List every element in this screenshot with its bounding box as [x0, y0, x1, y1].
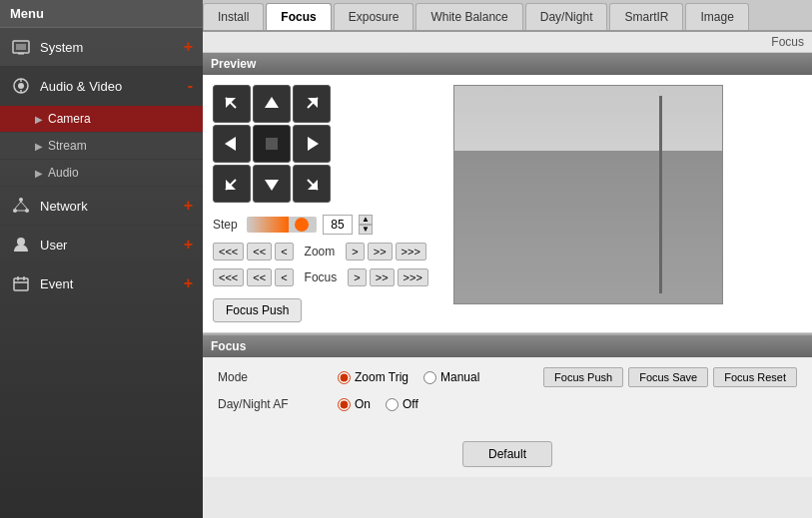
zoom-btn-right[interactable]: >	[346, 243, 364, 260]
focus-btn-far-left[interactable]: <<<	[213, 268, 244, 286]
svg-marker-25	[308, 137, 319, 151]
arrow-nw[interactable]	[213, 85, 251, 123]
sidebar-network-toggle[interactable]: +	[184, 197, 193, 215]
on-option[interactable]: On	[338, 397, 371, 411]
focus-push-action-button[interactable]: Focus Push	[543, 367, 623, 387]
event-icon	[10, 272, 32, 294]
sidebar-header: Menu	[0, 0, 203, 28]
zoom-btn-far-left[interactable]: <<<	[213, 243, 244, 260]
svg-rect-34	[632, 86, 637, 304]
tab-day-night[interactable]: Day/Night	[525, 3, 608, 30]
network-icon	[10, 195, 32, 217]
sidebar-user-toggle[interactable]: +	[184, 236, 193, 254]
arrow-ne[interactable]	[293, 85, 331, 123]
step-up-button[interactable]: ▲	[359, 215, 373, 225]
svg-rect-41	[554, 91, 614, 103]
step-slider[interactable]	[247, 217, 317, 233]
sidebar-item-network[interactable]: Network +	[0, 187, 203, 226]
av-icon	[10, 75, 32, 97]
tab-smart-ir[interactable]: SmartIR	[609, 3, 683, 30]
sidebar-stream-label: Stream	[48, 139, 87, 153]
svg-marker-23	[225, 137, 236, 151]
arrow-e[interactable]	[293, 125, 331, 163]
action-buttons: Focus Push Focus Save Focus Reset	[543, 367, 797, 387]
sidebar-av-toggle[interactable]: -	[188, 77, 193, 95]
arrow-n[interactable]	[253, 85, 291, 123]
zoom-btn-mid-right[interactable]: >>	[368, 243, 393, 260]
zoom-trig-option[interactable]: Zoom Trig	[338, 370, 408, 384]
sidebar-item-audio[interactable]: ▶ Audio	[0, 160, 203, 187]
zoom-label: Zoom	[297, 243, 344, 260]
arrow-se[interactable]	[293, 165, 331, 203]
svg-rect-36	[704, 86, 709, 304]
tab-exposure[interactable]: Exposure	[334, 3, 414, 30]
svg-line-11	[21, 202, 27, 209]
step-spinner: ▲ ▼	[359, 215, 373, 235]
sidebar-user-label: User	[40, 238, 184, 253]
focus-btn-mid-right[interactable]: >>	[370, 268, 395, 286]
focus-btn-left[interactable]: <	[275, 268, 293, 286]
arrow-center	[253, 125, 291, 163]
svg-point-13	[17, 238, 25, 246]
sidebar-item-event[interactable]: Event +	[0, 264, 203, 303]
focus-btn-right[interactable]: >	[348, 268, 366, 286]
sidebar-item-user[interactable]: User +	[0, 226, 203, 264]
off-option[interactable]: Off	[386, 397, 418, 411]
default-button[interactable]: Default	[462, 441, 552, 467]
sidebar-system-toggle[interactable]: +	[184, 38, 193, 56]
sidebar-event-toggle[interactable]: +	[184, 274, 193, 292]
focus-settings: Mode Zoom Trig Manual Focus Push Focus S…	[203, 357, 812, 431]
focus-reset-button[interactable]: Focus Reset	[713, 367, 797, 387]
zoom-trig-label: Zoom Trig	[355, 370, 408, 384]
sidebar-item-system[interactable]: System +	[0, 28, 203, 67]
svg-rect-24	[266, 138, 278, 150]
main-content: Install Focus Exposure White Balance Day…	[203, 0, 812, 518]
svg-line-10	[15, 202, 21, 209]
manual-option[interactable]: Manual	[423, 370, 479, 384]
zoom-btn-mid-left[interactable]: <<	[247, 243, 272, 260]
tab-focus[interactable]: Focus	[266, 3, 331, 30]
preview-area: Step ▲ ▼ <<< << < Zoom > >> >>> <<<	[203, 75, 812, 333]
sidebar-network-label: Network	[40, 199, 184, 214]
on-radio[interactable]	[338, 398, 351, 411]
sidebar-item-camera[interactable]: ▶ Camera	[0, 106, 203, 133]
step-label: Step	[213, 218, 241, 232]
day-night-af-row: Day/Night AF On Off	[218, 397, 797, 411]
focus-section-header: Focus	[203, 335, 812, 357]
focus-btn-far-right[interactable]: >>>	[398, 268, 428, 286]
off-radio[interactable]	[386, 398, 399, 411]
zoom-btn-far-right[interactable]: >>>	[396, 243, 426, 260]
tab-install[interactable]: Install	[203, 3, 264, 30]
arrow-grid	[213, 85, 428, 203]
zoom-btn-left[interactable]: <	[275, 243, 293, 260]
sidebar-audio-label: Audio	[48, 166, 79, 180]
step-down-button[interactable]: ▼	[359, 225, 373, 235]
svg-rect-40	[474, 91, 534, 103]
mode-radio-group: Zoom Trig Manual	[338, 370, 479, 384]
svg-rect-1	[16, 44, 26, 50]
preview-section-header: Preview	[203, 53, 812, 75]
step-row: Step ▲ ▼	[213, 215, 428, 235]
tab-image[interactable]: Image	[685, 3, 748, 30]
focus-label: Focus	[297, 268, 346, 286]
arrow-sw[interactable]	[213, 165, 251, 203]
step-value-input[interactable]	[323, 215, 353, 235]
sidebar-system-label: System	[40, 40, 184, 55]
zoom-trig-radio[interactable]	[338, 371, 351, 384]
arrow-s[interactable]	[253, 165, 291, 203]
sidebar-item-stream[interactable]: ▶ Stream	[0, 133, 203, 160]
svg-rect-35	[669, 86, 674, 304]
focus-btn-mid-left[interactable]: <<	[247, 268, 272, 286]
sidebar: Menu System + Audio & Video - ▶ Camera	[0, 0, 203, 518]
focus-push-preview-button[interactable]: Focus Push	[213, 298, 302, 322]
tab-white-balance[interactable]: White Balance	[415, 3, 522, 30]
default-btn-row: Default	[203, 431, 812, 477]
focus-save-button[interactable]: Focus Save	[628, 367, 708, 387]
svg-marker-28	[265, 180, 279, 191]
manual-radio[interactable]	[423, 371, 436, 384]
svg-rect-32	[454, 156, 634, 304]
sidebar-event-label: Event	[40, 276, 184, 291]
sidebar-item-av[interactable]: Audio & Video -	[0, 67, 203, 106]
zoom-row: <<< << < Zoom > >> >>>	[213, 243, 428, 260]
arrow-w[interactable]	[213, 125, 251, 163]
